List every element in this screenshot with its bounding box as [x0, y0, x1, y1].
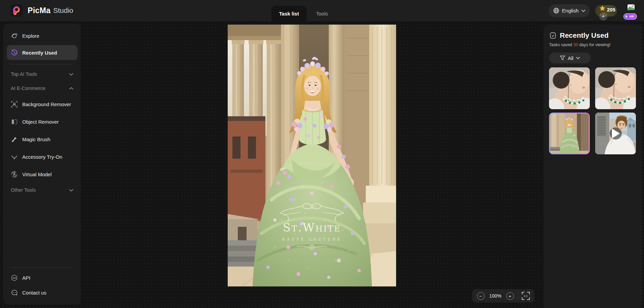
credits-pill[interactable]: 205 + — [595, 5, 617, 17]
chevron-up-icon — [69, 87, 73, 90]
globe-icon — [553, 7, 559, 14]
panel-subtitle: Tasks saved 30 days for viewing! — [549, 42, 642, 47]
sidebar-item-virtual-model[interactable]: Virtual Model — [3, 165, 81, 183]
language-label: English — [562, 8, 579, 13]
chevron-down-icon — [69, 73, 73, 76]
app-header: PicMa Studio Task list Tools English 205 — [0, 0, 644, 21]
svg-text:API: API — [12, 276, 16, 279]
watermark-sub-text: HAUTE COUTURE — [282, 237, 342, 241]
chevron-down-icon — [69, 189, 73, 192]
sidebar-item-label: Accessory Try-On — [22, 154, 62, 160]
logo: PicMa Studio — [9, 3, 73, 18]
sidebar-section-other-tools[interactable]: Other Tools — [3, 183, 81, 197]
play-button[interactable] — [610, 127, 622, 140]
api-icon: API — [11, 274, 18, 281]
sidebar-item-recently-used[interactable]: Recently Used — [7, 45, 77, 60]
broken-image-icon — [627, 4, 635, 13]
brand-name: PicMa — [28, 6, 51, 15]
tab-tools[interactable]: Tools — [307, 6, 337, 21]
thumbnail-necklace-result-1[interactable] — [549, 67, 590, 109]
sidebar-item-label: Contact us — [22, 290, 46, 296]
sidebar-item-label: Explore — [22, 33, 39, 39]
fit-label: 1:1 — [522, 294, 530, 298]
vip-label: VIP — [629, 15, 634, 18]
sidebar: Explore Recently Used Top AI Tools AI E — [3, 24, 81, 305]
background-remover-icon — [11, 101, 18, 108]
virtual-model-icon — [11, 171, 18, 178]
star-icon — [599, 5, 606, 11]
funnel-icon — [560, 55, 565, 61]
sidebar-item-label: Magic Brush — [22, 136, 50, 142]
avatar[interactable]: avatar ◆ VIP — [622, 3, 640, 20]
zoom-in-button[interactable]: + — [506, 292, 514, 300]
sidebar-item-label: Virtual Model — [22, 172, 52, 177]
recently-used-panel: Recently Used Tasks saved 30 days for vi… — [544, 25, 642, 308]
sidebar-footer: API API Contact us — [3, 263, 81, 300]
zoom-out-button[interactable]: − — [477, 292, 485, 300]
chat-bubble-icon — [11, 289, 18, 296]
picma-logo-icon — [9, 3, 24, 18]
section-label: AI E-Commerce — [11, 86, 45, 91]
sidebar-item-label: Background Remover — [22, 101, 71, 107]
sidebar-item-accessory-try-on[interactable]: Accessory Try-On — [3, 148, 81, 165]
section-label: Top AI Tools — [11, 71, 37, 77]
toolbar-divider — [518, 292, 518, 299]
planet-icon — [11, 32, 18, 39]
sidebar-section-ai-ecommerce[interactable]: AI E-Commerce — [3, 81, 81, 95]
sidebar-item-background-remover[interactable]: Background Remover — [3, 95, 81, 113]
chevron-down-icon — [576, 57, 580, 59]
zoom-toolbar: − 100% + 1:1 — [472, 289, 534, 303]
thumbnail-green-dress-result[interactable] — [549, 113, 590, 154]
vip-badge[interactable]: ◆ VIP — [623, 13, 637, 20]
sidebar-item-api[interactable]: API API — [3, 270, 81, 285]
add-credits-button[interactable]: + — [599, 12, 607, 21]
header-right: English 205 + avatar — [549, 0, 640, 21]
sidebar-divider — [11, 267, 73, 268]
sidebar-item-magic-brush[interactable]: Magic Brush — [3, 130, 81, 148]
thumbnail-virtual-model-video[interactable] — [595, 113, 636, 154]
chevron-down-icon — [581, 9, 585, 12]
main-tabs: Task list Tools — [271, 6, 337, 21]
credits-count: 205 — [607, 7, 615, 12]
gem-icon: ◆ — [625, 15, 628, 18]
tab-task-list[interactable]: Task list — [271, 6, 307, 21]
play-icon — [610, 127, 622, 140]
sidebar-item-label: Recently Used — [22, 50, 57, 56]
task-thumbnails — [549, 67, 642, 154]
language-selector[interactable]: English — [549, 4, 590, 17]
days-highlight: 30 — [573, 42, 578, 47]
magic-brush-icon — [11, 136, 18, 143]
section-label: Other Tools — [11, 187, 36, 193]
filter-dropdown[interactable]: All — [549, 53, 591, 63]
thumbnail-necklace-result-2[interactable] — [595, 67, 636, 109]
sidebar-divider — [11, 64, 73, 64]
sidebar-item-explore[interactable]: Explore — [3, 28, 81, 43]
brand-suffix: Studio — [53, 6, 73, 14]
fit-to-screen-button[interactable]: 1:1 — [522, 292, 530, 300]
sidebar-item-contact-us[interactable]: Contact us — [3, 285, 81, 300]
sidebar-item-label: Object Remover — [22, 119, 59, 125]
preview-image[interactable]: St.White HAUTE COUTURE — [228, 25, 396, 286]
app-window: PicMa Studio Task list Tools English 205 — [0, 0, 644, 308]
sidebar-item-label: API — [22, 275, 30, 281]
zoom-level: 100% — [488, 293, 503, 299]
task-list-icon — [549, 32, 557, 39]
watermark-brand-text: St.White — [283, 221, 341, 234]
object-remover-icon — [11, 118, 18, 125]
filter-label: All — [568, 55, 574, 61]
sidebar-item-object-remover[interactable]: Object Remover — [3, 113, 81, 130]
accessory-try-on-icon — [11, 153, 18, 160]
sidebar-section-top-ai-tools[interactable]: Top AI Tools — [3, 67, 81, 81]
workspace: Explore Recently Used Top AI Tools AI E — [0, 21, 644, 308]
panel-title: Recently Used — [560, 31, 609, 39]
history-icon — [11, 49, 18, 56]
